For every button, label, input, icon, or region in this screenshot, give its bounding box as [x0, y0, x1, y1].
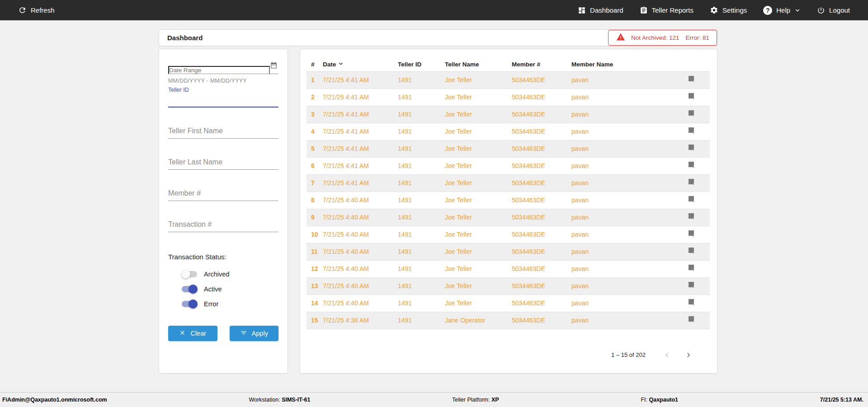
- table-row[interactable]: 5 7/21/25 4:41 AM 1491 Joe Teller 503446…: [307, 140, 710, 157]
- col-number: #: [307, 57, 323, 71]
- not-archived-count: Not Archived: 121: [631, 34, 679, 41]
- warning-icon: [616, 33, 626, 43]
- date-range-input[interactable]: [168, 66, 270, 74]
- logout-icon: [817, 6, 825, 14]
- clear-button[interactable]: Clear: [168, 326, 217, 341]
- page-range: 1 – 15 of 202: [611, 351, 646, 358]
- nav-item-logout[interactable]: Logout: [817, 6, 850, 14]
- member-number-input[interactable]: [168, 188, 278, 201]
- table-row[interactable]: 6 7/21/25 4:41 AM 1491 Joe Teller 503446…: [307, 157, 710, 174]
- toggle-switch[interactable]: [182, 286, 197, 292]
- filter-panel: MM/DD/YYYY - MM/DD/YYYY Teller ID Transa…: [159, 49, 288, 374]
- results-panel: # Date Teller ID Teller Name Member # Me…: [300, 49, 717, 374]
- top-nav: Refresh Dashboard Teller Reports Setting…: [0, 0, 868, 20]
- refresh-label: Refresh: [31, 6, 55, 14]
- teller-reports-icon: [640, 6, 648, 14]
- table-header-row: # Date Teller ID Teller Name Member # Me…: [307, 57, 710, 71]
- refresh-button[interactable]: Refresh: [18, 6, 55, 14]
- prev-page-button[interactable]: [661, 349, 673, 361]
- note-icon[interactable]: [688, 144, 695, 153]
- table-row[interactable]: 2 7/21/25 4:41 AM 1491 Joe Teller 503446…: [307, 89, 710, 106]
- dashboard-icon: [578, 6, 586, 14]
- note-icon[interactable]: [688, 264, 695, 273]
- toggle-list: Archived Active Error: [182, 270, 278, 309]
- table-row[interactable]: 15 7/21/25 4:38 AM 1491 Jane Operator 50…: [307, 312, 710, 329]
- results-table: # Date Teller ID Teller Name Member # Me…: [307, 57, 710, 329]
- filter-icon: [240, 329, 247, 338]
- note-icon[interactable]: [688, 281, 695, 290]
- transaction-number-input[interactable]: [168, 219, 278, 232]
- note-icon[interactable]: [688, 196, 695, 205]
- close-icon: [179, 329, 186, 337]
- table-row[interactable]: 8 7/21/25 4:40 AM 1491 Joe Teller 503446…: [307, 192, 710, 209]
- sort-desc-icon: [337, 60, 344, 69]
- table-row[interactable]: 12 7/21/25 4:40 AM 1491 Joe Teller 50344…: [307, 260, 710, 277]
- title-bar: Dashboard Not Archived: 121 Error: 81: [159, 29, 717, 46]
- note-icon[interactable]: [688, 75, 695, 84]
- next-page-button[interactable]: [683, 349, 694, 361]
- toggle-switch[interactable]: [182, 301, 197, 307]
- table-row[interactable]: 4 7/21/25 4:41 AM 1491 Joe Teller 503446…: [307, 123, 710, 140]
- table-body: 1 7/21/25 4:41 AM 1491 Joe Teller 503446…: [307, 71, 710, 329]
- status-toggle[interactable]: Archived: [182, 270, 278, 279]
- note-icon[interactable]: [688, 161, 695, 170]
- table-row[interactable]: 11 7/21/25 4:40 AM 1491 Joe Teller 50344…: [307, 243, 710, 260]
- calendar-icon[interactable]: [270, 61, 278, 74]
- col-member-num: Member #: [512, 57, 571, 71]
- nav-item-teller-reports[interactable]: Teller Reports: [640, 6, 694, 14]
- status-datetime: 7/21/25 5:13 AM.: [820, 397, 863, 403]
- col-teller-id: Teller ID: [398, 57, 445, 71]
- status-bar: FiAdmin@Qaxpauto1.onmicrosoft.com Workst…: [0, 392, 868, 407]
- table-row[interactable]: 10 7/21/25 4:40 AM 1491 Joe Teller 50344…: [307, 226, 710, 243]
- teller-first-name-input[interactable]: [168, 126, 278, 139]
- error-count: Error: 81: [685, 34, 709, 41]
- note-icon[interactable]: [688, 178, 695, 187]
- table-row[interactable]: 14 7/21/25 4:40 AM 1491 Joe Teller 50344…: [307, 295, 710, 312]
- status-toggle[interactable]: Error: [182, 299, 278, 309]
- help-icon: ?: [763, 6, 772, 15]
- teller-platform-info: Teller Platform: XP: [452, 397, 499, 403]
- col-teller-name: Teller Name: [445, 57, 512, 71]
- col-actions: [674, 57, 710, 71]
- pagination: 1 – 15 of 202: [307, 349, 710, 361]
- note-icon[interactable]: [688, 110, 695, 119]
- nav-item-settings[interactable]: Settings: [710, 6, 747, 14]
- nav-item-help[interactable]: ? Help: [763, 6, 801, 15]
- date-range-hint: MM/DD/YYYY - MM/DD/YYYY: [168, 78, 278, 84]
- teller-id-label: Teller ID: [168, 87, 278, 93]
- note-icon[interactable]: [688, 299, 695, 308]
- page-title: Dashboard: [167, 34, 203, 42]
- note-icon[interactable]: [688, 127, 695, 136]
- logged-in-user: FiAdmin@Qaxpauto1.onmicrosoft.com: [2, 397, 107, 403]
- teller-last-name-input[interactable]: [168, 157, 278, 170]
- table-row[interactable]: 7 7/21/25 4:41 AM 1491 Joe Teller 503446…: [307, 174, 710, 192]
- transaction-status-label: Transaction Status:: [168, 253, 278, 261]
- toggle-switch[interactable]: [182, 271, 197, 277]
- fi-info: FI: Qaxpauto1: [641, 397, 678, 403]
- table-row[interactable]: 1 7/21/25 4:41 AM 1491 Joe Teller 503446…: [307, 71, 710, 89]
- date-range-field[interactable]: [168, 61, 278, 74]
- table-row[interactable]: 13 7/21/25 4:40 AM 1491 Joe Teller 50344…: [307, 277, 710, 295]
- chevron-down-icon: [794, 7, 801, 14]
- note-icon[interactable]: [688, 213, 695, 222]
- col-date[interactable]: Date: [323, 57, 398, 71]
- status-toggle[interactable]: Active: [182, 285, 278, 294]
- workstation-info: Workstation: SIMS-IT-61: [249, 397, 310, 403]
- refresh-icon: [18, 6, 27, 14]
- note-icon[interactable]: [688, 316, 695, 325]
- table-row[interactable]: 9 7/21/25 4:40 AM 1491 Joe Teller 503446…: [307, 209, 710, 226]
- col-member-name: Member Name: [571, 57, 674, 71]
- note-icon[interactable]: [688, 230, 695, 239]
- teller-id-input[interactable]: [168, 93, 278, 108]
- settings-icon: [710, 6, 718, 14]
- note-icon[interactable]: [688, 93, 695, 102]
- apply-button[interactable]: Apply: [230, 326, 279, 341]
- nav-item-dashboard[interactable]: Dashboard: [578, 6, 623, 14]
- archive-error-badge: Not Archived: 121 Error: 81: [608, 30, 717, 46]
- note-icon[interactable]: [688, 247, 695, 256]
- table-row[interactable]: 3 7/21/25 4:41 AM 1491 Joe Teller 503446…: [307, 106, 710, 123]
